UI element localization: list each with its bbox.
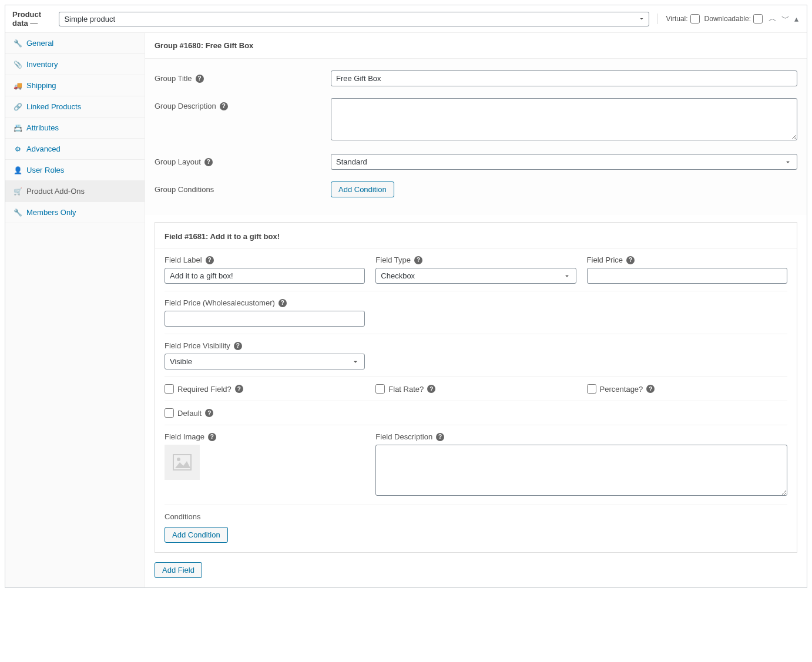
- help-icon[interactable]: ?: [626, 256, 635, 264]
- wrench-icon: 🔧: [14, 39, 22, 48]
- group-title-row: Group Title ?: [155, 65, 797, 92]
- help-icon[interactable]: ?: [414, 256, 422, 264]
- field-add-condition-button[interactable]: Add Condition: [165, 527, 228, 543]
- add-condition-button[interactable]: Add Condition: [331, 182, 394, 197]
- gear-icon: ⚙: [14, 145, 22, 153]
- content: Group #1680: Free Gift Box Group Title ?…: [145, 33, 807, 587]
- field-description-textarea[interactable]: [375, 445, 787, 496]
- field-price-col: Field Price ?: [587, 256, 787, 284]
- percentage-checkbox[interactable]: [587, 384, 596, 394]
- group-description-row: Group Description ?: [155, 92, 797, 148]
- required-label: Required Field?: [177, 385, 231, 394]
- field-box-body: Field Label ? Field Type ? Checkbox: [155, 248, 797, 552]
- cart-icon: 🛒: [14, 187, 22, 196]
- group-title-input[interactable]: [331, 70, 797, 86]
- help-icon[interactable]: ?: [234, 342, 242, 350]
- field-visibility-label: Field Price Visibility ?: [165, 341, 365, 350]
- caret-up-icon[interactable]: ▴: [793, 13, 800, 25]
- chevron-up-icon[interactable]: ︿: [767, 12, 778, 25]
- field-wholesale-label: Field Price (Wholesalecustomer) ?: [165, 298, 365, 307]
- group-layout-row: Group Layout ? Standard: [155, 148, 797, 176]
- sidebar-item-general[interactable]: 🔧 General: [5, 33, 145, 54]
- help-icon[interactable]: ?: [196, 75, 204, 83]
- help-icon[interactable]: ?: [206, 256, 214, 264]
- field-label-col: Field Label ?: [165, 256, 365, 284]
- flatrate-label: Flat Rate?: [388, 385, 424, 394]
- group-layout-select[interactable]: Standard: [331, 154, 797, 170]
- sidebar-item-linked-products[interactable]: 🔗 Linked Products: [5, 96, 145, 117]
- flatrate-check-group: Flat Rate? ?: [375, 384, 576, 394]
- group-layout-label: Group Layout ?: [155, 154, 331, 166]
- sidebar-label: Members Only: [26, 208, 76, 217]
- help-icon[interactable]: ?: [427, 385, 435, 393]
- help-icon[interactable]: ?: [208, 433, 216, 441]
- field-label-label: Field Label ?: [165, 256, 365, 264]
- field-wholesale-input[interactable]: [165, 311, 365, 327]
- field-row-wholesale: Field Price (Wholesalecustomer) ?: [165, 291, 787, 334]
- card-icon: 📇: [14, 124, 22, 132]
- flatrate-checkbox[interactable]: [375, 384, 385, 394]
- group-description-textarea[interactable]: [331, 98, 797, 140]
- field-visibility-select[interactable]: Visible: [165, 354, 365, 369]
- field-row-checks: Required Field? ? Flat Rate? ?: [165, 377, 787, 401]
- svg-point-1: [177, 458, 180, 461]
- field-row-1: Field Label ? Field Type ? Checkbox: [165, 248, 787, 291]
- add-field-button[interactable]: Add Field: [155, 562, 202, 578]
- field-description-label: Field Description ?: [375, 432, 787, 441]
- image-placeholder[interactable]: [165, 445, 200, 480]
- sidebar-item-members-only[interactable]: 🔧 Members Only: [5, 202, 145, 223]
- help-icon[interactable]: ?: [279, 299, 287, 307]
- percentage-label: Percentage?: [600, 385, 643, 394]
- sidebar-label: Shipping: [26, 81, 56, 90]
- sidebar-item-advanced[interactable]: ⚙ Advanced: [5, 139, 145, 160]
- field-type-select[interactable]: Checkbox: [375, 268, 576, 284]
- required-checkbox[interactable]: [165, 384, 174, 394]
- field-box: Field #1681: Add it to a gift box! Field…: [155, 222, 797, 553]
- field-image-col: Field Image ?: [165, 432, 365, 480]
- default-label: Default: [177, 409, 202, 418]
- sidebar-item-product-addons[interactable]: 🛒 Product Add-Ons: [5, 181, 145, 202]
- sidebar-item-attributes[interactable]: 📇 Attributes: [5, 117, 145, 139]
- sidebar-label: Inventory: [26, 60, 58, 69]
- help-icon[interactable]: ?: [204, 158, 213, 166]
- help-icon[interactable]: ?: [235, 385, 243, 393]
- user-icon: 👤: [14, 166, 22, 174]
- group-conditions-row: Group Conditions Add Condition: [155, 176, 797, 203]
- field-row-visibility: Field Price Visibility ? Visible: [165, 334, 787, 377]
- field-label-input[interactable]: [165, 268, 365, 284]
- link-icon: 🔗: [14, 103, 22, 111]
- help-icon[interactable]: ?: [436, 433, 444, 441]
- chevron-down-icon[interactable]: ﹀: [780, 12, 791, 25]
- group-form: Group Title ? Group Description ?: [145, 59, 807, 215]
- downloadable-checkbox-group: Downloadable:: [704, 14, 763, 23]
- help-icon[interactable]: ?: [646, 385, 655, 393]
- field-conditions-label: Conditions: [165, 512, 787, 521]
- product-type-select[interactable]: Simple product: [59, 12, 649, 26]
- sidebar-item-shipping[interactable]: 🚚 Shipping: [5, 75, 145, 96]
- field-description-col: Field Description ?: [375, 432, 787, 498]
- field-visibility-col: Field Price Visibility ? Visible: [165, 341, 365, 369]
- group-title-label: Group Title ?: [155, 70, 331, 83]
- help-icon[interactable]: ?: [205, 409, 213, 417]
- sidebar-item-inventory[interactable]: 📎 Inventory: [5, 54, 145, 75]
- virtual-label: Virtual:: [666, 15, 687, 23]
- virtual-checkbox[interactable]: [690, 14, 700, 23]
- default-check-group: Default ?: [165, 408, 787, 418]
- field-box-header: Field #1681: Add it to a gift box!: [155, 223, 797, 248]
- clip-icon: 📎: [14, 61, 22, 69]
- group-conditions-label: Group Conditions: [155, 182, 331, 194]
- help-icon[interactable]: ?: [220, 102, 228, 110]
- panel-body: 🔧 General 📎 Inventory 🚚 Shipping 🔗 Linke…: [5, 33, 807, 587]
- field-price-label: Field Price ?: [587, 256, 787, 264]
- downloadable-checkbox[interactable]: [753, 14, 763, 23]
- field-row-default: Default ?: [165, 401, 787, 425]
- sidebar-label: Product Add-Ons: [26, 187, 85, 196]
- product-data-panel: Product data — Simple product Virtual: D…: [5, 5, 807, 588]
- default-checkbox[interactable]: [165, 408, 174, 418]
- sidebar-label: User Roles: [26, 166, 64, 174]
- sidebar-item-user-roles[interactable]: 👤 User Roles: [5, 160, 145, 181]
- field-price-input[interactable]: [587, 268, 787, 284]
- sidebar-label: Attributes: [26, 123, 59, 132]
- percentage-check-group: Percentage? ?: [587, 384, 787, 394]
- panel-header-controls: ︿ ﹀ ▴: [767, 12, 800, 25]
